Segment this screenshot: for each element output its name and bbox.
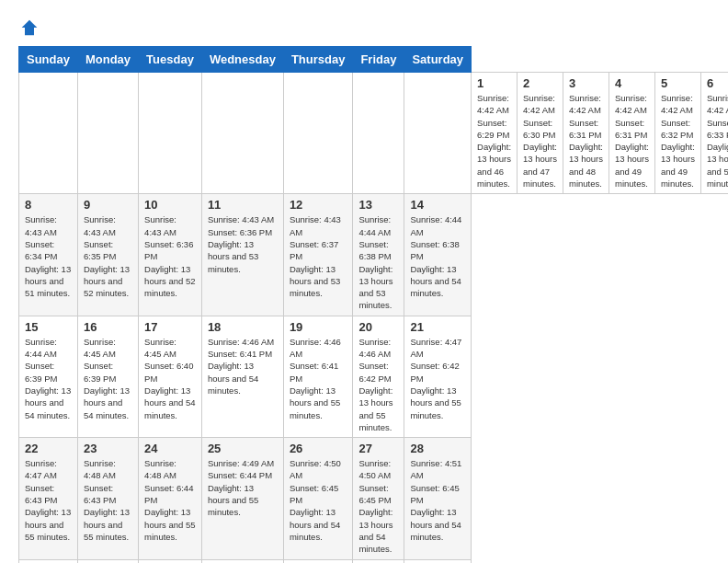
day-info: Sunrise: 4:45 AMSunset: 6:40 PMDaylight:… [144, 336, 196, 421]
day-number: 5 [661, 76, 695, 90]
day-info: Sunrise: 4:42 AMSunset: 6:32 PMDaylight:… [661, 92, 695, 190]
table-row: 17Sunrise: 4:45 AMSunset: 6:40 PMDayligh… [139, 316, 202, 437]
day-info: Sunrise: 4:48 AMSunset: 6:44 PMDaylight:… [144, 457, 196, 543]
day-info: Sunrise: 4:46 AMSunset: 6:41 PMDaylight:… [208, 336, 278, 396]
table-row: 24Sunrise: 4:48 AMSunset: 6:44 PMDayligh… [139, 438, 202, 559]
day-number: 17 [144, 320, 196, 334]
day-info: Sunrise: 4:47 AMSunset: 6:42 PMDaylight:… [410, 336, 465, 421]
calendar-week-row: 8Sunrise: 4:43 AMSunset: 6:34 PMDaylight… [19, 194, 729, 316]
table-row: 1Sunrise: 4:42 AMSunset: 6:29 PMDaylight… [472, 73, 518, 194]
day-number: 26 [290, 442, 347, 455]
day-info: Sunrise: 4:43 AMSunset: 6:36 PMDaylight:… [144, 213, 196, 299]
table-row: 25Sunrise: 4:49 AMSunset: 6:44 PMDayligh… [201, 438, 283, 559]
col-thursday: Thursday [283, 47, 353, 73]
day-info: Sunrise: 4:49 AMSunset: 6:44 PMDaylight:… [208, 457, 278, 518]
day-number: 6 [707, 76, 728, 90]
table-row: 14Sunrise: 4:44 AMSunset: 6:38 PMDayligh… [404, 194, 472, 316]
calendar-week-row: 29Sunrise: 4:51 AMSunset: 6:46 PMDayligh… [19, 559, 729, 563]
calendar-week-row: 15Sunrise: 4:44 AMSunset: 6:39 PMDayligh… [19, 316, 729, 437]
day-number: 14 [410, 198, 465, 212]
col-friday: Friday [353, 47, 404, 73]
table-row [404, 73, 472, 194]
day-info: Sunrise: 4:42 AMSunset: 6:33 PMDaylight:… [707, 92, 728, 190]
logo-icon [20, 18, 39, 37]
table-row: 16Sunrise: 4:45 AMSunset: 6:39 PMDayligh… [77, 316, 138, 437]
table-row [353, 559, 404, 563]
day-number: 1 [477, 76, 511, 90]
day-info: Sunrise: 4:43 AMSunset: 6:36 PMDaylight:… [208, 213, 278, 274]
day-info: Sunrise: 4:48 AMSunset: 6:43 PMDaylight:… [84, 457, 132, 543]
table-row: 12Sunrise: 4:43 AMSunset: 6:37 PMDayligh… [283, 194, 353, 316]
table-row: 8Sunrise: 4:43 AMSunset: 6:34 PMDaylight… [19, 194, 78, 316]
svg-marker-0 [22, 20, 38, 36]
day-info: Sunrise: 4:44 AMSunset: 6:38 PMDaylight:… [410, 213, 465, 299]
table-row: 6Sunrise: 4:42 AMSunset: 6:33 PMDaylight… [700, 73, 728, 194]
table-row: 15Sunrise: 4:44 AMSunset: 6:39 PMDayligh… [19, 316, 78, 437]
col-monday: Monday [77, 47, 138, 73]
day-number: 16 [84, 320, 132, 334]
day-number: 22 [25, 442, 72, 455]
day-number: 20 [358, 320, 398, 334]
day-info: Sunrise: 4:51 AMSunset: 6:45 PMDaylight:… [410, 457, 465, 543]
table-row: 18Sunrise: 4:46 AMSunset: 6:41 PMDayligh… [201, 316, 283, 437]
day-number: 12 [290, 198, 347, 212]
table-row: 4Sunrise: 4:42 AMSunset: 6:31 PMDaylight… [609, 73, 654, 194]
day-info: Sunrise: 4:44 AMSunset: 6:39 PMDaylight:… [25, 336, 72, 421]
table-row: 2Sunrise: 4:42 AMSunset: 6:30 PMDaylight… [518, 73, 563, 194]
table-row [201, 559, 283, 563]
table-row: 27Sunrise: 4:50 AMSunset: 6:45 PMDayligh… [353, 438, 404, 559]
col-tuesday: Tuesday [139, 47, 202, 73]
table-row: 22Sunrise: 4:47 AMSunset: 6:43 PMDayligh… [19, 438, 78, 559]
day-info: Sunrise: 4:44 AMSunset: 6:38 PMDaylight:… [358, 213, 398, 311]
col-saturday: Saturday [404, 47, 472, 73]
table-row [77, 73, 138, 194]
table-row: 31Sunrise: 4:53 AMSunset: 6:46 PMDayligh… [139, 559, 202, 563]
table-row: 9Sunrise: 4:43 AMSunset: 6:35 PMDaylight… [77, 194, 138, 316]
table-row [283, 73, 353, 194]
day-info: Sunrise: 4:42 AMSunset: 6:31 PMDaylight:… [569, 92, 603, 190]
table-row: 11Sunrise: 4:43 AMSunset: 6:36 PMDayligh… [201, 194, 283, 316]
table-row: 28Sunrise: 4:51 AMSunset: 6:45 PMDayligh… [404, 438, 472, 559]
table-row: 10Sunrise: 4:43 AMSunset: 6:36 PMDayligh… [139, 194, 202, 316]
day-number: 3 [569, 76, 603, 90]
table-row: 23Sunrise: 4:48 AMSunset: 6:43 PMDayligh… [77, 438, 138, 559]
table-row [283, 559, 353, 563]
table-row [404, 559, 472, 563]
day-info: Sunrise: 4:43 AMSunset: 6:37 PMDaylight:… [290, 213, 347, 299]
day-number: 15 [25, 320, 72, 334]
day-number: 13 [358, 198, 398, 212]
table-row [139, 73, 202, 194]
calendar: Sunday Monday Tuesday Wednesday Thursday… [18, 46, 728, 563]
col-sunday: Sunday [19, 47, 78, 73]
table-row: 29Sunrise: 4:51 AMSunset: 6:46 PMDayligh… [19, 559, 78, 563]
day-number: 24 [144, 442, 196, 455]
table-row: 26Sunrise: 4:50 AMSunset: 6:45 PMDayligh… [283, 438, 353, 559]
day-number: 27 [358, 442, 398, 455]
day-info: Sunrise: 4:45 AMSunset: 6:39 PMDaylight:… [84, 336, 132, 421]
day-info: Sunrise: 4:47 AMSunset: 6:43 PMDaylight:… [25, 457, 72, 543]
calendar-week-row: 1Sunrise: 4:42 AMSunset: 6:29 PMDaylight… [19, 73, 729, 194]
day-number: 9 [84, 198, 132, 212]
day-number: 21 [410, 320, 465, 334]
header [18, 18, 710, 37]
day-info: Sunrise: 4:50 AMSunset: 6:45 PMDaylight:… [358, 457, 398, 555]
table-row: 3Sunrise: 4:42 AMSunset: 6:31 PMDaylight… [563, 73, 609, 194]
table-row [19, 73, 78, 194]
table-row: 20Sunrise: 4:46 AMSunset: 6:42 PMDayligh… [353, 316, 404, 437]
day-info: Sunrise: 4:43 AMSunset: 6:35 PMDaylight:… [84, 213, 132, 299]
day-info: Sunrise: 4:46 AMSunset: 6:41 PMDaylight:… [290, 336, 347, 421]
day-info: Sunrise: 4:42 AMSunset: 6:30 PMDaylight:… [523, 92, 557, 190]
day-number: 11 [208, 198, 278, 212]
calendar-header-row: Sunday Monday Tuesday Wednesday Thursday… [19, 47, 729, 73]
table-row [353, 73, 404, 194]
table-row: 30Sunrise: 4:52 AMSunset: 6:46 PMDayligh… [77, 559, 138, 563]
day-number: 10 [144, 198, 196, 212]
day-number: 19 [290, 320, 347, 334]
table-row [201, 73, 283, 194]
day-info: Sunrise: 4:50 AMSunset: 6:45 PMDaylight:… [290, 457, 347, 543]
day-number: 8 [25, 198, 72, 212]
day-number: 23 [84, 442, 132, 455]
col-wednesday: Wednesday [201, 47, 283, 73]
day-number: 18 [208, 320, 278, 334]
day-number: 28 [410, 442, 465, 455]
